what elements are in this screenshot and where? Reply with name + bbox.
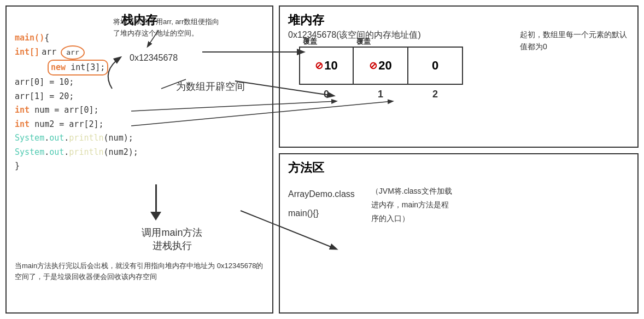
heap-note: 起初，数组里每一个元素的默认值都为0 — [520, 28, 629, 53]
array-cell-1: 覆盖 ⊘ 20 1 — [354, 47, 408, 85]
code-line-println1: System.out.println(num); — [15, 131, 264, 146]
code-line-num2: int num2 = arr[2]; — [15, 118, 264, 132]
annotation-open-space: 为数组开辟空间 — [176, 79, 245, 94]
down-arrow — [48, 184, 264, 221]
method-class-name: ArrayDemo.class — [288, 184, 355, 204]
array-cell-0: 覆盖 ⊘ 10 0 — [299, 47, 354, 85]
method-right: （JVM将.class文件加载 进内存，main方法是程 序的入口） — [371, 184, 452, 226]
code-line-close: } — [15, 159, 264, 173]
arr-value-ellipse: arr — [61, 45, 84, 60]
method-panel: 方法区 ArrayDemo.class main(){} （JVM将.class… — [279, 153, 639, 314]
method-content: ArrayDemo.class main(){} （JVM将.class文件加载… — [288, 184, 629, 226]
heap-title: 堆内存 — [288, 12, 629, 28]
method-main-name: main(){} — [288, 204, 355, 223]
method-left: ArrayDemo.class main(){} — [288, 184, 355, 226]
bottom-note: 当main方法执行完以后会出栈，就没有引用指向堆内存中地址为 0x1234567… — [15, 260, 264, 283]
code-line-num: int num = arr[0]; — [15, 103, 264, 118]
call-main-text: 调用main方法 进栈执行 — [80, 226, 264, 252]
heap-panel: 堆内存 0x12345678(该空间的内存地址值) 起初，数组里每一个元素的默认… — [279, 5, 639, 148]
code-line-println2: System.out.println(num2); — [15, 146, 264, 160]
new-int-highlight: new int[3]; — [48, 60, 108, 76]
annotation-tip: 将地址赋给引用arr, arr数组便指向了堆内存这个地址的空间。 — [113, 16, 223, 39]
method-title: 方法区 — [288, 160, 629, 176]
right-panels: 堆内存 0x12345678(该空间的内存地址值) 起初，数组里每一个元素的默认… — [279, 5, 639, 314]
annotation-address: 0x12345678 — [130, 51, 178, 65]
array-cell-2: 0 2 — [408, 47, 463, 85]
stack-panel: 栈内存 将地址赋给引用arr, arr数组便指向了堆内存这个地址的空间。 0x1… — [5, 5, 273, 314]
